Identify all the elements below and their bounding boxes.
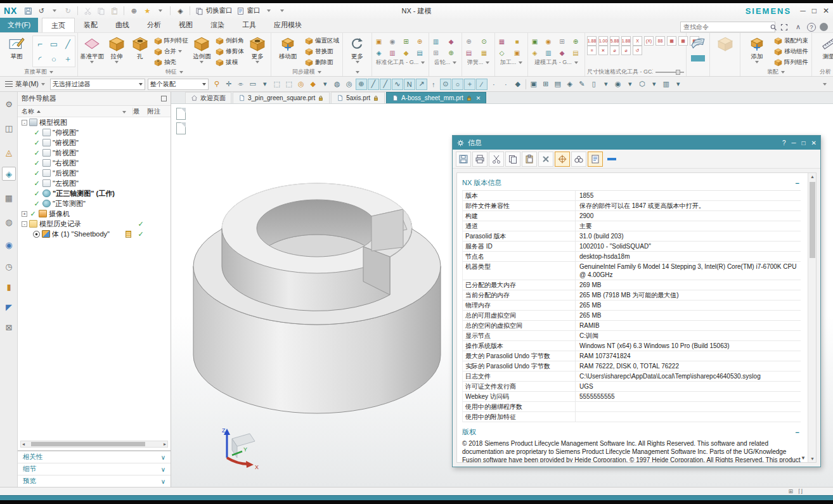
grid-icon[interactable]: ⊞ [788, 488, 793, 494]
tool-icon[interactable]: ◈ [374, 48, 384, 58]
group-label[interactable]: 齿轮... [431, 58, 460, 67]
view-clock-icon[interactable]: ▤ [552, 79, 564, 90]
ribbon-tab-主页[interactable]: 主页 [42, 18, 75, 32]
add-component-button[interactable]: 添加 [742, 34, 772, 63]
datum-plane-button[interactable]: 基准平面 [80, 34, 104, 63]
dim-format-icon[interactable]: ⌀ [610, 46, 619, 55]
sketch-shape-icon[interactable]: ○ [47, 51, 61, 67]
panel-section-相关性[interactable]: 相关性∨ [18, 451, 171, 463]
group-label[interactable]: 标准化工具 - G... [374, 58, 427, 67]
cut-icon[interactable] [489, 152, 504, 167]
dialog-help-button[interactable]: ? [782, 139, 786, 146]
wireframe-icon[interactable]: ✎ [576, 79, 588, 90]
dim-format-icon[interactable]: (X) [644, 36, 654, 46]
roles-gear-icon[interactable]: ⚙ [2, 97, 16, 111]
ribbon-tab-应用模块[interactable]: 应用模块 [265, 18, 311, 32]
shell-button[interactable]: 抽壳 [153, 57, 190, 67]
scroll-down-icon[interactable]: ▼ [801, 455, 806, 461]
tool-icon[interactable]: ◉ [388, 37, 397, 46]
tool-icon[interactable]: ▥ [388, 48, 397, 58]
menu-button[interactable]: 菜单(M) [3, 80, 48, 89]
unite-button[interactable]: 合并 [153, 46, 190, 56]
assembly-constraint-button[interactable]: 装配约束 [773, 36, 810, 46]
sketch-shape-icon[interactable]: ╱ [61, 36, 75, 51]
sketch-shape-icon[interactable]: ▭ [47, 36, 61, 51]
maximize-button[interactable]: □ [812, 6, 817, 15]
menu4-caret[interactable]: ▾ [673, 79, 684, 90]
selection-scope-combo[interactable]: 整个装配 [148, 79, 209, 90]
document-tab[interactable]: 5axis.prt [331, 92, 385, 103]
tool-icon[interactable]: ▤ [464, 48, 474, 58]
tool-icon[interactable]: ⊞ [401, 37, 411, 46]
sheet-icon[interactable] [176, 108, 186, 120]
boss-part-3d-model[interactable] [184, 146, 450, 425]
shaded-icon[interactable]: ◈ [564, 79, 576, 90]
menu1-caret[interactable]: ▾ [600, 79, 612, 90]
tool-icon[interactable]: ⊞ [557, 37, 567, 46]
fullscreen-icon[interactable] [779, 22, 789, 32]
command-finder-input[interactable] [681, 23, 770, 30]
dialog-maximize-button[interactable]: □ [802, 139, 806, 146]
background-icon[interactable]: ⬡ [636, 79, 648, 90]
pin-panel-icon[interactable] [161, 96, 167, 101]
tool-icon[interactable]: ⊞ [431, 48, 441, 58]
sketch-shape-icon[interactable]: ＋ [61, 51, 75, 67]
group-label[interactable]: 直接草图 [2, 68, 75, 76]
touch-mode-icon[interactable]: ◈ [174, 5, 186, 16]
line1-icon[interactable]: ╱ [368, 79, 379, 90]
curve-icon[interactable]: ∿ [392, 79, 403, 90]
menu3-caret[interactable]: ▾ [649, 79, 660, 90]
undo-icon[interactable]: ↺ [36, 5, 47, 16]
cursor-menu-icon[interactable]: ◆ [307, 79, 319, 90]
sheet-icon[interactable] [176, 122, 186, 134]
trim-body-button[interactable]: 修剪体 [214, 46, 245, 56]
sketch-button[interactable]: 草图 [2, 34, 31, 61]
snapshot-icon[interactable]: ▥ [661, 79, 672, 90]
window-menu-button[interactable]: 窗口 [235, 5, 261, 16]
lasso-icon[interactable]: ⌯ [235, 79, 247, 90]
document-tab[interactable]: 3_pin_green_square.prt [233, 92, 330, 103]
section-nx-version[interactable]: NX 版本信息− [462, 178, 811, 188]
move-face-button[interactable]: 移动面 [273, 34, 302, 61]
tree-row[interactable]: ✓"仰视图" [18, 127, 171, 138]
point2-icon[interactable]: · [500, 79, 512, 90]
paste-icon[interactable] [522, 152, 537, 167]
fit-brackets-icon[interactable]: ⌈⌋ [798, 488, 803, 494]
ribbon-tab-工具[interactable]: 工具 [233, 18, 265, 32]
collapse-section-icon[interactable]: − [796, 429, 799, 436]
find-icon[interactable] [555, 152, 570, 167]
dialog-titlebar[interactable]: 信息 ?─□✕ [453, 136, 820, 150]
window-icon[interactable]: ▯ [588, 79, 600, 90]
tree-row[interactable]: ✓"左视图" [18, 178, 171, 188]
panel-section-预览[interactable]: 预览∨ [18, 475, 171, 488]
tool-icon[interactable]: ◇ [497, 48, 507, 58]
manufacturing-wizard-icon[interactable]: ◤ [2, 300, 16, 314]
tool-icon[interactable]: ◆ [401, 48, 411, 58]
undo-menu-caret[interactable] [49, 5, 60, 16]
render-style-icon[interactable]: ◉ [612, 79, 624, 90]
hd3d-tools-icon[interactable]: ◍ [2, 215, 16, 229]
close-tab-icon[interactable]: ✕ [476, 95, 481, 101]
slash-icon[interactable]: ∕ [476, 79, 488, 90]
collapse-section-icon[interactable]: − [796, 179, 799, 187]
sketch-shape-icon[interactable]: ◜ [33, 51, 47, 67]
redo-icon[interactable]: ↻ [62, 5, 74, 16]
tool-icon[interactable]: ⊕ [571, 37, 581, 46]
highlight-icon[interactable]: ⬚ [271, 79, 283, 90]
compare-report-icon[interactable] [588, 152, 603, 167]
print-icon[interactable] [472, 152, 488, 167]
dim-format-icon[interactable]: 1.88 [587, 36, 597, 46]
draft-button[interactable]: 拔模 [214, 57, 245, 67]
history-icon[interactable]: ◷ [2, 259, 16, 273]
favorites-menu-caret[interactable] [155, 5, 166, 16]
edge-blend-button[interactable]: 边倒圆 [191, 34, 213, 63]
reuse-library-icon[interactable]: ▦ [2, 191, 16, 205]
group-label[interactable]: 特征 [80, 68, 269, 76]
ribbon-tab-装配[interactable]: 装配 [75, 18, 107, 32]
constraint-navigator-icon[interactable]: ◬ [2, 145, 16, 159]
tool-icon[interactable]: ▦ [497, 37, 507, 46]
panel-section-细节[interactable]: 细节∨ [18, 463, 171, 475]
tree-row[interactable]: ✓"正等测图" [18, 198, 171, 209]
tool-icon[interactable]: ◆ [446, 37, 456, 46]
tool-icon[interactable]: ⊕ [415, 37, 425, 46]
